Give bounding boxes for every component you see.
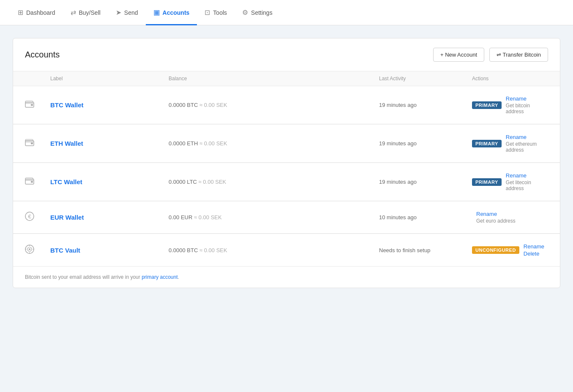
table-row: BTC Vault 0.0000 BTC ≈ 0.00 SEK Needs to… — [13, 234, 560, 266]
svg-point-10 — [29, 248, 30, 250]
account-name[interactable]: BTC Wallet — [50, 101, 169, 109]
col-icon — [25, 76, 50, 82]
account-balance: 0.0000 BTC ≈ 0.00 SEK — [169, 102, 379, 108]
svg-rect-1 — [31, 104, 33, 106]
action-link-secondary[interactable]: Get ethereum address — [506, 141, 548, 153]
badge-area: PRIMARY — [472, 178, 502, 186]
account-balance: 0.0000 LTC ≈ 0.00 SEK — [169, 179, 379, 185]
col-last-activity: Last Activity — [379, 76, 472, 82]
account-name[interactable]: EUR Wallet — [50, 214, 169, 221]
nav-dashboard-label: Dashboard — [26, 9, 55, 16]
new-account-button[interactable]: + New Account — [433, 48, 484, 62]
wallet-icon — [25, 177, 34, 186]
action-link[interactable]: Delete — [524, 250, 544, 257]
col-balance: Balance — [169, 76, 379, 82]
tools-icon: ⊡ — [205, 8, 210, 16]
row-badge-actions: RenameGet euro address — [472, 211, 548, 224]
navigation: ⊞ Dashboard ⇄ Buy/Sell ➤ Send ▣ Accounts… — [0, 0, 573, 25]
table-row: € EUR Wallet 0.00 EUR ≈ 0.00 SEK 10 minu… — [13, 201, 560, 234]
nav-tools[interactable]: ⊡ Tools — [197, 0, 235, 25]
buysell-icon: ⇄ — [71, 8, 76, 16]
action-link[interactable]: Rename — [524, 243, 544, 250]
card-footer: Bitcoin sent to your email address will … — [13, 266, 560, 288]
row-badge-actions: PRIMARY RenameGet ethereum address — [472, 134, 548, 153]
svg-text:€: € — [28, 213, 31, 220]
account-balance: 0.0000 BTC ≈ 0.00 SEK — [169, 247, 379, 253]
nav-settings-label: Settings — [251, 9, 273, 16]
primary-badge: PRIMARY — [472, 101, 502, 109]
action-link[interactable]: Rename — [476, 211, 516, 217]
table-row: BTC Wallet 0.0000 BTC ≈ 0.00 SEK 19 minu… — [13, 86, 560, 124]
unconfigured-badge: UNCONFIGURED — [472, 246, 519, 254]
account-name[interactable]: ETH Wallet — [50, 140, 169, 147]
nav-settings[interactable]: ⚙ Settings — [235, 0, 280, 25]
badge-area: PRIMARY — [472, 101, 502, 109]
actions-col: RenameGet euro address — [476, 211, 516, 224]
row-icon — [25, 100, 50, 110]
row-icon — [25, 245, 50, 256]
last-activity: 19 minutes ago — [379, 179, 472, 185]
last-activity: 19 minutes ago — [379, 102, 472, 108]
account-balance: 0.00 EUR ≈ 0.00 SEK — [169, 214, 379, 220]
actions-col: RenameGet ethereum address — [506, 134, 548, 153]
badge-area: UNCONFIGURED — [472, 246, 519, 254]
table-row: ETH Wallet 0.0000 ETH ≈ 0.00 SEK 19 minu… — [13, 124, 560, 163]
svg-rect-3 — [31, 143, 33, 144]
account-name[interactable]: LTC Wallet — [50, 178, 169, 185]
action-link[interactable]: Rename — [506, 134, 548, 140]
nav-buysell[interactable]: ⇄ Buy/Sell — [63, 0, 108, 25]
accounts-list: BTC Wallet 0.0000 BTC ≈ 0.00 SEK 19 minu… — [13, 86, 560, 266]
action-link[interactable]: Rename — [506, 172, 548, 179]
row-icon: € — [25, 212, 50, 223]
send-icon: ➤ — [116, 8, 121, 16]
account-name[interactable]: BTC Vault — [50, 247, 169, 254]
page-content: Accounts + New Account ⇌ Transfer Bitcoi… — [0, 25, 573, 301]
last-activity: 19 minutes ago — [379, 140, 472, 147]
primary-badge: PRIMARY — [472, 140, 502, 147]
row-badge-actions: UNCONFIGURED RenameDelete — [472, 243, 548, 257]
row-icon — [25, 139, 50, 148]
action-link[interactable]: Rename — [506, 95, 548, 102]
table-header: Label Balance Last Activity Actions — [13, 71, 560, 86]
actions-col: RenameGet bitcoin address — [506, 95, 548, 114]
action-link-secondary[interactable]: Get euro address — [476, 218, 516, 224]
action-link-secondary[interactable]: Get litecoin address — [506, 180, 548, 191]
nav-accounts-label: Accounts — [163, 9, 190, 16]
col-actions: Actions — [472, 76, 548, 82]
nav-buysell-label: Buy/Sell — [79, 9, 101, 16]
vault-icon — [25, 246, 34, 256]
nav-send-label: Send — [124, 9, 138, 16]
row-badge-actions: PRIMARY RenameGet bitcoin address — [472, 95, 548, 114]
euro-icon: € — [25, 213, 34, 223]
col-label: Label — [50, 76, 169, 82]
nav-dashboard[interactable]: ⊞ Dashboard — [10, 0, 63, 25]
nav-accounts[interactable]: ▣ Accounts — [146, 0, 197, 25]
primary-badge: PRIMARY — [472, 178, 502, 186]
wallet-icon — [25, 139, 34, 148]
transfer-bitcoin-button[interactable]: ⇌ Transfer Bitcoin — [489, 48, 548, 62]
row-icon — [25, 177, 50, 187]
actions-col: RenameDelete — [524, 243, 544, 257]
footer-text: Bitcoin sent to your email address will … — [25, 274, 179, 280]
last-activity: 10 minutes ago — [379, 214, 472, 220]
badge-area: PRIMARY — [472, 140, 502, 147]
row-badge-actions: PRIMARY RenameGet litecoin address — [472, 172, 548, 191]
card-header: Accounts + New Account ⇌ Transfer Bitcoi… — [13, 38, 560, 71]
wallet-icon — [25, 100, 34, 109]
nav-tools-label: Tools — [213, 9, 227, 16]
page-title: Accounts — [25, 50, 60, 60]
dashboard-icon: ⊞ — [18, 8, 23, 16]
settings-gear-icon: ⚙ — [242, 8, 248, 16]
actions-col: RenameGet litecoin address — [506, 172, 548, 191]
table-row: LTC Wallet 0.0000 LTC ≈ 0.00 SEK 19 minu… — [13, 163, 560, 201]
account-balance: 0.0000 ETH ≈ 0.00 SEK — [169, 140, 379, 147]
last-activity: Needs to finish setup — [379, 247, 472, 253]
svg-rect-5 — [31, 181, 33, 183]
header-actions: + New Account ⇌ Transfer Bitcoin — [433, 48, 548, 62]
nav-send[interactable]: ➤ Send — [108, 0, 146, 25]
primary-account-link[interactable]: primary account — [142, 274, 177, 280]
accounts-card: Accounts + New Account ⇌ Transfer Bitcoi… — [13, 38, 560, 288]
accounts-icon: ▣ — [153, 8, 160, 16]
action-link-secondary[interactable]: Get bitcoin address — [506, 103, 548, 114]
